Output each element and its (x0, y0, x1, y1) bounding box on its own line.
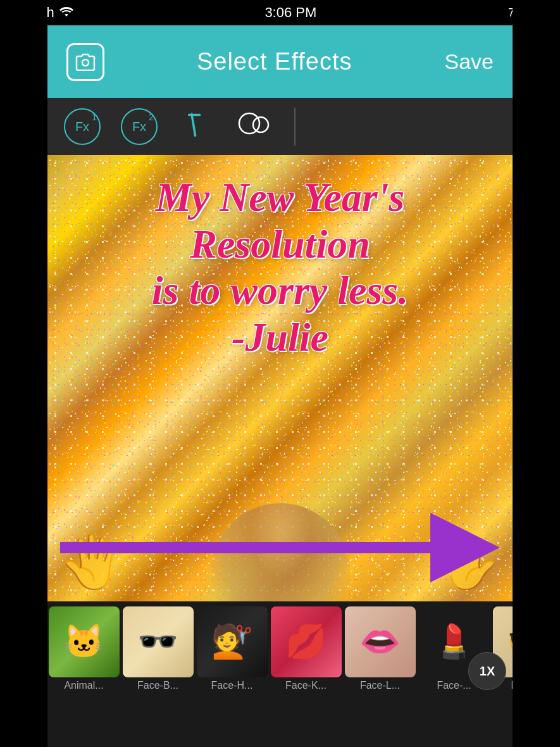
arrow-line (60, 542, 430, 553)
clock: 3:06 PM (264, 4, 316, 21)
svg-point-5 (253, 117, 268, 132)
effect-thumb-animal: 🐱 (49, 606, 120, 677)
fx1-button[interactable]: Fx 1 (60, 104, 104, 149)
effect-thumb-face-k: 💋 (271, 606, 342, 677)
arrow-head (430, 513, 500, 582)
zoom-badge[interactable]: 1X (468, 652, 506, 690)
effect-thumb-face-l: 👄 (345, 606, 416, 677)
save-button[interactable]: Save (444, 49, 494, 74)
wifi-icon (59, 4, 73, 21)
toolbar-divider (294, 108, 296, 146)
bottom-bar (47, 700, 513, 747)
main-image-area: My New Year'sResolutionis to worry less.… (47, 155, 513, 643)
camera-icon-button[interactable] (66, 43, 104, 81)
side-left (0, 0, 47, 747)
arrow-overlay (47, 529, 513, 567)
side-right (513, 0, 560, 747)
fx2-button[interactable]: Fx 2 (117, 104, 161, 149)
effect-item-face-h[interactable]: 💇 Face-H... (196, 606, 268, 695)
header-title: Select Effects (197, 48, 352, 75)
effects-strip: 🐱 Animal... 🕶️ Face-B... 💇 Face-H... 💋 F… (47, 601, 513, 700)
fx1-super: 1 (92, 112, 97, 122)
fx1-label: Fx (75, 120, 89, 134)
effect-label-animal: Animal... (49, 680, 120, 691)
effect-item-face-k[interactable]: 💋 Face-K... (270, 606, 342, 695)
bubble-icon (237, 111, 270, 143)
pen-button[interactable] (174, 104, 218, 149)
status-bar: Search 3:06 PM 72% 🔋 (0, 0, 560, 25)
effect-item-animal[interactable]: 🐱 Animal... (47, 606, 120, 695)
effect-label-face-l: Face-L... (345, 680, 416, 691)
fx2-label: Fx (132, 120, 146, 134)
effect-thumb-face-b: 🕶️ (123, 606, 194, 677)
svg-line-1 (183, 114, 204, 135)
pen-icon (177, 108, 215, 145)
svg-line-2 (189, 110, 200, 120)
effect-label-face-b: Face-B... (123, 680, 194, 691)
effect-thumb-face-h: 💇 (197, 606, 268, 677)
effect-label-face-h: Face-H... (197, 680, 268, 691)
app-header: Select Effects Save (47, 25, 513, 98)
fx2-super: 2 (149, 112, 154, 122)
fx1-circle: Fx 1 (64, 108, 101, 145)
effect-item-face-b[interactable]: 🕶️ Face-B... (121, 606, 194, 695)
effect-item-face-l[interactable]: 👄 Face-L... (344, 606, 416, 695)
svg-point-0 (82, 60, 89, 66)
toolbar: Fx 1 Fx 2 (47, 98, 513, 155)
bubble-button[interactable] (231, 104, 275, 149)
effect-label-face-k: Face-K... (271, 680, 342, 691)
fx2-circle: Fx 2 (121, 108, 158, 145)
quote-text: My New Year'sResolutionis to worry less.… (66, 174, 494, 360)
